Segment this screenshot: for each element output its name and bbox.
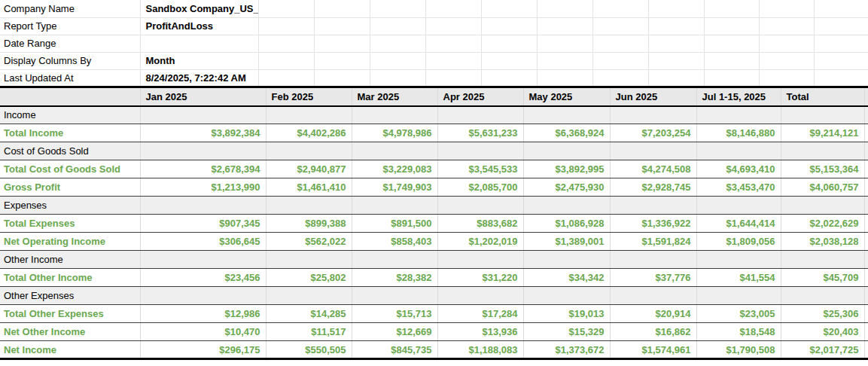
amount-cell <box>266 106 352 124</box>
empty-cell <box>814 52 868 69</box>
amount-cell: $845,735 <box>352 341 437 359</box>
amount-cell: $907,345 <box>140 215 266 233</box>
amount-cell <box>696 251 781 269</box>
empty-cell <box>481 0 537 17</box>
empty-cell <box>425 0 481 17</box>
amount-cell <box>140 106 266 124</box>
amount-cell: $23,005 <box>696 305 781 323</box>
empty-cell <box>537 35 592 52</box>
column-header: Jan 2025 <box>140 88 266 106</box>
section-row: Income <box>0 106 868 124</box>
empty-cell <box>481 17 537 35</box>
amount-cell: $1,749,903 <box>352 178 437 197</box>
empty-cell <box>864 124 868 142</box>
row-label-column-header <box>0 88 140 106</box>
amount-cell: $1,336,922 <box>610 215 696 233</box>
empty-cell <box>759 17 814 35</box>
row-label: Net Other Income <box>0 323 140 341</box>
amount-cell: $2,678,394 <box>140 160 266 178</box>
empty-cell <box>481 52 537 69</box>
row-label: Other Income <box>0 251 140 269</box>
row-label: Gross Profit <box>0 178 140 197</box>
amount-cell <box>266 287 352 305</box>
amount-cell: $18,548 <box>696 323 781 341</box>
amount-cell: $1,202,019 <box>437 233 523 251</box>
amount-cell: $2,038,128 <box>781 233 864 251</box>
amount-cell: $3,545,533 <box>437 160 523 178</box>
empty-cell <box>864 178 868 197</box>
amount-cell: $5,153,364 <box>781 160 864 178</box>
empty-cell <box>864 215 868 233</box>
total-row: Gross Profit$1,213,990$1,461,410$1,749,9… <box>0 178 868 197</box>
metadata-row: Last Updated At8/24/2025, 7:22:42 AM <box>0 69 868 87</box>
empty-cell <box>258 0 314 17</box>
metadata-label: Report Type <box>0 17 140 35</box>
amount-cell <box>781 197 864 215</box>
amount-cell <box>610 287 696 305</box>
metadata-label: Last Updated At <box>0 69 140 87</box>
amount-cell: $15,329 <box>523 323 610 341</box>
amount-cell: $1,389,001 <box>523 233 610 251</box>
total-row: Total Cost of Goods Sold$2,678,394$2,940… <box>0 160 868 178</box>
amount-cell: $1,809,056 <box>696 233 781 251</box>
amount-cell: $31,220 <box>437 269 523 287</box>
empty-cell <box>370 17 425 35</box>
report-metadata-table: Company NameSandbox Company_US_1Report T… <box>0 0 868 88</box>
amount-cell: $4,274,508 <box>610 160 696 178</box>
empty-cell <box>759 69 814 87</box>
profit-and-loss-table: Jan 2025Feb 2025Mar 2025Apr 2025May 2025… <box>0 88 868 361</box>
amount-cell: $4,402,286 <box>266 124 352 142</box>
amount-cell: $5,631,233 <box>437 124 523 142</box>
metadata-label: Display Columns By <box>0 52 140 69</box>
empty-cell <box>370 69 425 87</box>
metadata-label: Company Name <box>0 0 140 17</box>
empty-cell <box>314 0 370 17</box>
amount-cell <box>523 251 610 269</box>
amount-cell: $41,554 <box>696 269 781 287</box>
empty-cell <box>258 52 314 69</box>
amount-cell: $2,940,877 <box>266 160 352 178</box>
amount-cell: $562,022 <box>266 233 352 251</box>
empty-cell <box>648 0 704 17</box>
amount-cell <box>781 287 864 305</box>
empty-cell <box>759 35 814 52</box>
amount-cell <box>140 251 266 269</box>
empty-cell <box>258 35 314 52</box>
amount-cell: $23,456 <box>140 269 266 287</box>
amount-cell: $6,368,924 <box>523 124 610 142</box>
amount-cell: $3,892,384 <box>140 124 266 142</box>
empty-cell <box>814 0 868 17</box>
empty-cell <box>592 17 648 35</box>
amount-cell <box>437 142 523 160</box>
column-header: Feb 2025 <box>266 88 352 106</box>
metadata-value: ProfitAndLoss <box>140 17 258 35</box>
empty-cell <box>814 17 868 35</box>
metadata-value: Month <box>140 52 258 69</box>
empty-cell <box>864 251 868 269</box>
empty-cell <box>814 35 868 52</box>
amount-cell: $296,175 <box>140 341 266 359</box>
row-label: Net Income <box>0 341 140 359</box>
empty-cell <box>370 0 425 17</box>
amount-cell: $45,709 <box>781 269 864 287</box>
metadata-value: 8/24/2025, 7:22:42 AM <box>140 69 258 87</box>
total-row: Total Income$3,892,384$4,402,286$4,978,9… <box>0 124 868 142</box>
empty-cell <box>864 323 868 341</box>
empty-cell <box>592 52 648 69</box>
empty-cell <box>759 52 814 69</box>
amount-cell <box>140 287 266 305</box>
total-row: Net Operating Income$306,645$562,022$858… <box>0 233 868 251</box>
empty-cell <box>864 287 868 305</box>
metadata-value <box>140 35 258 52</box>
amount-cell: $12,669 <box>352 323 437 341</box>
amount-cell: $1,373,672 <box>523 341 610 359</box>
empty-cell <box>864 233 868 251</box>
empty-cell <box>704 69 759 87</box>
amount-cell: $2,017,725 <box>781 341 864 359</box>
amount-cell <box>140 142 266 160</box>
section-row: Other Expenses <box>0 287 868 305</box>
amount-cell <box>437 197 523 215</box>
total-row: Net Income$296,175$550,505$845,735$1,188… <box>0 341 868 359</box>
amount-cell <box>352 251 437 269</box>
amount-cell: $2,475,930 <box>523 178 610 197</box>
